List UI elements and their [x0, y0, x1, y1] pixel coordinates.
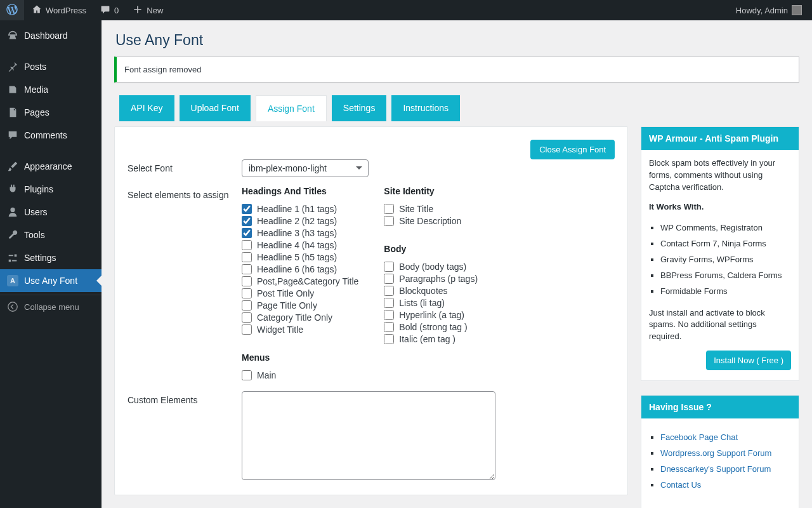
- headings-item[interactable]: Page Title Only: [242, 300, 358, 311]
- site-name-link[interactable]: WordPress: [25, 0, 93, 20]
- body-checkbox[interactable]: [384, 334, 394, 344]
- body-label: Bold (strong tag ): [399, 322, 467, 332]
- identity-checkbox[interactable]: [384, 204, 394, 214]
- custom-elements-textarea[interactable]: [242, 391, 495, 480]
- body-checkbox[interactable]: [384, 286, 394, 296]
- close-assign-font-button[interactable]: Close Assign Font: [530, 140, 615, 159]
- site-name-label: WordPress: [46, 6, 86, 15]
- select-elements-label: Select elements to assign: [128, 186, 242, 382]
- headings-checkbox[interactable]: [242, 252, 252, 262]
- identity-item[interactable]: Site Title: [384, 204, 478, 214]
- support-link[interactable]: Contact Us: [660, 480, 701, 490]
- headings-checkbox[interactable]: [242, 216, 252, 226]
- headings-checkbox[interactable]: [242, 228, 252, 238]
- body-label: Body (body tags): [399, 262, 466, 272]
- sidebar-item-users[interactable]: Users: [0, 201, 102, 224]
- sidebar-item-posts[interactable]: Posts: [0, 55, 102, 78]
- sidebar-item-media[interactable]: Media: [0, 78, 102, 101]
- sidebar-item-pages[interactable]: Pages: [0, 101, 102, 124]
- headings-item[interactable]: Widget Title: [242, 324, 358, 335]
- works-with-item: Formidable Forms: [660, 284, 791, 300]
- content-area: Use Any Font Font assign removed API Key…: [102, 20, 812, 508]
- wordpress-logo-icon: [6, 4, 18, 17]
- label: Settings: [24, 253, 56, 263]
- support-link[interactable]: Facebook Page Chat: [660, 432, 738, 442]
- headings-item[interactable]: Headline 5 (h5 tags): [242, 252, 358, 262]
- body-item[interactable]: Bold (strong tag ): [384, 322, 478, 332]
- headings-label: Headline 6 (h6 tags): [257, 264, 337, 274]
- separator: [0, 149, 102, 152]
- support-list-item: Contact Us: [660, 478, 791, 493]
- page-title: Use Any Font: [114, 20, 799, 57]
- headings-checkbox[interactable]: [242, 312, 252, 323]
- label: Use Any Font: [24, 276, 77, 286]
- headings-item[interactable]: Headline 6 (h6 tags): [242, 264, 358, 274]
- body-checkbox[interactable]: [384, 298, 394, 308]
- headings-checkbox[interactable]: [242, 264, 252, 274]
- headings-item[interactable]: Post Title Only: [242, 288, 358, 298]
- headings-item[interactable]: Headline 4 (h4 tags): [242, 240, 358, 250]
- headings-item[interactable]: Headline 2 (h2 tags): [242, 216, 358, 226]
- body-label: Paragraphs (p tags): [399, 274, 478, 284]
- sidebar-item-tools[interactable]: Tools: [0, 224, 102, 246]
- sidebar-item-comments[interactable]: Comments: [0, 124, 102, 147]
- sidebar-item-appearance[interactable]: Appearance: [0, 155, 102, 178]
- body-checkbox[interactable]: [384, 322, 394, 332]
- sidebar-item-use-any-font[interactable]: A Use Any Font: [0, 269, 102, 292]
- headings-item[interactable]: Headline 1 (h1 tags): [242, 204, 358, 214]
- new-content-link[interactable]: New: [126, 0, 169, 20]
- tab-settings[interactable]: Settings: [332, 95, 387, 121]
- install-now-button[interactable]: Install Now ( Free ): [706, 351, 791, 370]
- body-item[interactable]: Body (body tags): [384, 262, 478, 272]
- brush-icon: [6, 160, 19, 173]
- headings-item[interactable]: Headline 3 (h3 tags): [242, 228, 358, 238]
- font-a-icon: A: [6, 274, 19, 287]
- headings-checkbox[interactable]: [242, 240, 252, 250]
- headings-item[interactable]: Category Title Only: [242, 312, 358, 323]
- menus-checkbox[interactable]: [242, 370, 252, 380]
- comments-link[interactable]: 0: [94, 0, 125, 20]
- body-item[interactable]: Italic (em tag ): [384, 334, 478, 344]
- headings-label: Category Title Only: [257, 312, 332, 323]
- headings-checkbox[interactable]: [242, 276, 252, 286]
- tab-upload-font[interactable]: Upload Font: [180, 95, 251, 121]
- menus-item[interactable]: Main: [242, 370, 358, 380]
- headings-label: Post,Page&Category Title: [257, 276, 358, 286]
- headings-label: Post Title Only: [257, 288, 314, 298]
- works-with-title: It Works With.: [649, 202, 704, 211]
- sidebar-collapse[interactable]: Collapse menu: [0, 295, 102, 318]
- tab-instructions[interactable]: Instructions: [391, 95, 460, 121]
- headings-checkbox[interactable]: [242, 300, 252, 311]
- sidebar-item-plugins[interactable]: Plugins: [0, 178, 102, 201]
- group-right-col: Site Identity Site TitleSite Description…: [384, 186, 478, 382]
- headings-checkbox[interactable]: [242, 288, 252, 298]
- sidebar-item-settings[interactable]: Settings: [0, 246, 102, 269]
- account-link[interactable]: Howdy, Admin: [736, 5, 807, 15]
- body-checkbox[interactable]: [384, 262, 394, 272]
- identity-item[interactable]: Site Description: [384, 216, 478, 226]
- notice-text: Font assign removed: [124, 65, 201, 74]
- support-link[interactable]: Dnesscarkey's Support Forum: [660, 464, 771, 474]
- support-link[interactable]: Wordpress.org Support Forum: [660, 448, 771, 458]
- headings-checkbox[interactable]: [242, 324, 252, 335]
- headings-label: Page Title Only: [257, 300, 317, 311]
- body-checkbox[interactable]: [384, 274, 394, 284]
- headings-item[interactable]: Post,Page&Category Title: [242, 276, 358, 286]
- plug-icon: [6, 183, 19, 196]
- avatar-icon: [792, 5, 802, 15]
- body-checkbox[interactable]: [384, 310, 394, 320]
- wrench-icon: [6, 229, 19, 241]
- body-item[interactable]: Paragraphs (p tags): [384, 274, 478, 284]
- body-item[interactable]: Lists (li tag): [384, 298, 478, 308]
- new-label: New: [147, 6, 163, 15]
- headings-checkbox[interactable]: [242, 204, 252, 214]
- identity-checkbox[interactable]: [384, 216, 394, 226]
- body-item[interactable]: Blockquotes: [384, 286, 478, 296]
- sidebar-item-dashboard[interactable]: Dashboard: [0, 24, 102, 47]
- tab-api-key[interactable]: API Key: [119, 95, 174, 121]
- font-select[interactable]: ibm-plex-mono-light: [242, 159, 369, 177]
- wp-logo[interactable]: [0, 0, 24, 20]
- body-item[interactable]: Hyperlink (a tag): [384, 310, 478, 320]
- tab-assign-font[interactable]: Assign Font: [256, 95, 327, 121]
- works-with-item: WP Comments, Registraton: [660, 220, 791, 236]
